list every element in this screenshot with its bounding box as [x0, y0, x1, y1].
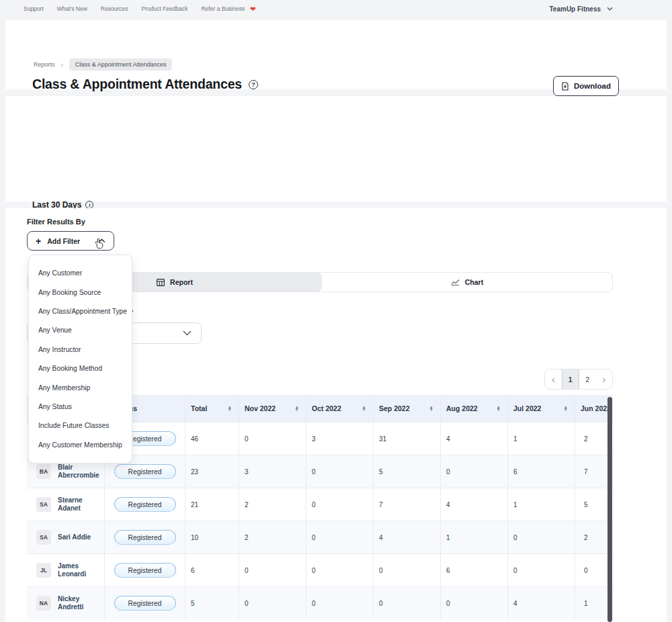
col-header-oct-2022[interactable]: Oct 2022: [306, 395, 373, 422]
menu-item-include-future-classes[interactable]: Include Future Classes: [29, 422, 132, 429]
menu-item-any-booking-method[interactable]: Any Booking Method: [29, 365, 132, 372]
next-page-button[interactable]: ›: [596, 369, 613, 389]
help-icon[interactable]: ?: [249, 80, 258, 89]
menu-item-any-venue[interactable]: Any Venue: [29, 326, 132, 334]
month-value: 0: [306, 587, 373, 619]
month-value: 2: [239, 488, 306, 521]
month-value: 31: [373, 423, 440, 455]
total-value: 46: [185, 423, 239, 455]
download-button[interactable]: Download: [553, 76, 619, 96]
customer-name[interactable]: Stearne Adanet: [58, 496, 102, 513]
status-badge[interactable]: Registered: [114, 464, 176, 479]
menu-item-any-customer-membership[interactable]: Any Customer Membership: [29, 441, 132, 449]
breadcrumb-reports[interactable]: Reports: [34, 61, 55, 68]
customer-name[interactable]: Blair Abercrombie: [58, 463, 102, 480]
col-label: Total: [191, 404, 207, 412]
status-badge[interactable]: Registered: [114, 530, 176, 545]
month-value: 0: [239, 423, 306, 455]
add-filter-label: Add Filter: [47, 237, 80, 245]
table-icon: [157, 279, 165, 286]
table-row: SASari Addie Registered 10 2 0 4 1 0 2: [27, 521, 613, 553]
month-value: 7: [373, 488, 440, 521]
col-label: Jul 2022: [513, 404, 541, 412]
nav-whats-new[interactable]: What's New: [57, 5, 87, 12]
col-header-nov-2022[interactable]: Nov 2022: [239, 395, 306, 422]
nav-refer-a-business[interactable]: Refer a Business: [201, 5, 245, 12]
sort-icon[interactable]: [497, 406, 501, 410]
menu-item-any-membership[interactable]: Any Membership: [29, 384, 132, 392]
breadcrumb-separator-icon: ›: [61, 61, 63, 69]
sort-icon[interactable]: [564, 406, 568, 410]
nav-product-feedback[interactable]: Product Feedback: [142, 5, 188, 12]
col-header-sep-2022[interactable]: Sep 2022: [373, 395, 440, 422]
download-file-icon: [561, 82, 569, 91]
month-value: 0: [507, 554, 575, 586]
month-value: 0: [440, 455, 507, 488]
add-filter-menu: Any Customer Any Booking Source Any Clas…: [28, 255, 132, 463]
customer-name[interactable]: Sari Addie: [58, 533, 102, 542]
chart-icon: [451, 279, 460, 285]
col-header-aug-2022[interactable]: Aug 2022: [440, 395, 507, 422]
total-value: 21: [185, 488, 239, 521]
sort-icon[interactable]: [295, 406, 299, 410]
nav-resources[interactable]: Resources: [101, 5, 128, 12]
page-button-1[interactable]: 1: [562, 369, 580, 389]
sort-icon[interactable]: [429, 406, 433, 410]
tab-report-label: Report: [170, 278, 193, 286]
month-value: 6: [440, 554, 507, 586]
customer-name[interactable]: James Leonardi: [58, 562, 102, 579]
vertical-scrollbar[interactable]: [607, 397, 612, 622]
col-label: Nov 2022: [245, 404, 276, 412]
avatar: SA: [36, 497, 51, 512]
heart-icon: ❤: [250, 5, 255, 13]
menu-item-any-class-appointment-type[interactable]: Any Class/Appointment Type: [29, 308, 132, 315]
avatar: NA: [36, 596, 51, 611]
col-header-jul-2022[interactable]: Jul 2022: [507, 395, 575, 422]
month-value: 0: [239, 554, 306, 586]
status-badge[interactable]: Registered: [114, 596, 176, 611]
menu-item-any-customer[interactable]: Any Customer: [29, 269, 132, 277]
month-value: 0: [440, 587, 507, 619]
table-row: SAStearne Adanet Registered 21 2 0 7 4 1…: [27, 488, 613, 521]
col-label: Sep 2022: [379, 404, 410, 412]
page: Support What's New Resources Product Fee…: [0, 0, 672, 622]
month-value: 0: [306, 455, 373, 488]
month-value: 4: [440, 423, 507, 455]
month-value: 3: [306, 423, 373, 455]
menu-item-any-status[interactable]: Any Status: [29, 403, 132, 410]
page-header-panel: Reports › Class & Appointment Attendance…: [5, 20, 667, 89]
filter-results-label: Filter Results By: [27, 218, 85, 226]
pagination: ‹ 1 2 ›: [544, 369, 613, 390]
customer-name[interactable]: Nickey Andretti: [58, 595, 102, 612]
sort-icon[interactable]: [362, 406, 366, 410]
avatar: SA: [36, 530, 51, 545]
col-label: Oct 2022: [312, 404, 341, 412]
sort-icon[interactable]: [228, 406, 232, 410]
menu-item-any-instructor[interactable]: Any Instructor: [29, 346, 132, 353]
page-title: Class & Appointment Attendances: [32, 77, 242, 92]
month-value: 1: [507, 488, 575, 521]
status-badge[interactable]: Registered: [114, 497, 176, 512]
tab-chart-label: Chart: [465, 278, 483, 286]
total-value: 6: [185, 554, 239, 586]
account-name: TeamUp Fitness: [550, 5, 601, 13]
summary-panel: Last 30 Days i 0 Unique customers attend…: [5, 96, 667, 202]
status-badge[interactable]: Registered: [114, 563, 176, 578]
prev-page-button[interactable]: ‹: [545, 369, 562, 389]
tab-chart[interactable]: Chart: [322, 273, 612, 292]
month-value: 1: [440, 521, 507, 553]
table-row: NANickey Andretti Registered 5 0 0 0 0 4…: [27, 586, 613, 619]
cursor-pointer-icon: [95, 238, 104, 249]
month-value: 0: [306, 521, 373, 553]
month-value: 4: [440, 488, 507, 521]
page-button-2[interactable]: 2: [579, 369, 596, 389]
account-menu[interactable]: TeamUp Fitness: [550, 0, 614, 17]
chevron-down-icon: [607, 7, 613, 11]
month-value: 3: [239, 455, 306, 488]
col-label: Aug 2022: [446, 404, 478, 412]
col-header-total[interactable]: Total: [185, 395, 239, 422]
menu-item-any-booking-source[interactable]: Any Booking Source: [29, 289, 132, 296]
month-value: 0: [373, 587, 440, 619]
title-row: Class & Appointment Attendances ?: [32, 77, 258, 92]
nav-support[interactable]: Support: [24, 5, 44, 12]
